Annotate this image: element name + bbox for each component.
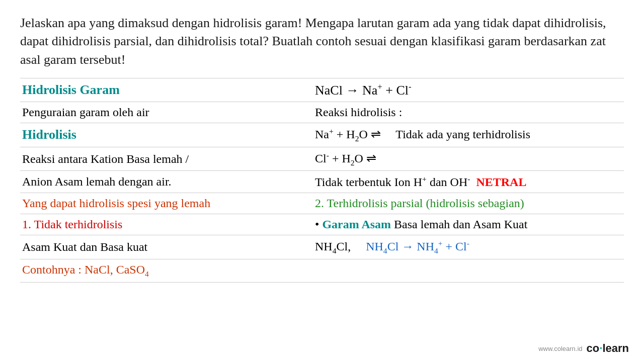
right-cell: NaCl → Na+ + Cl-: [310, 78, 624, 102]
tidak-terhidrolisis-label: 1. Tidak terhidrolisis: [22, 218, 122, 231]
table-row: Hidrolisis Garam NaCl → Na+ + Cl-: [20, 78, 624, 102]
table-row: 1. Tidak terhidrolisis • Garam Asam Basa…: [20, 214, 624, 235]
yang-dapat-hidrolisis: Yang dapat hidrolisis spesi yang lemah: [22, 197, 210, 210]
logo-site: www.colearn.id: [538, 345, 582, 352]
cl-h2o-reaction: Cl- + H2O ⇌: [315, 152, 376, 165]
anion-asam-text: Anion Asam lemah dengan air.: [22, 175, 172, 188]
netral-label: NETRAL: [476, 175, 526, 189]
left-cell: Hidrolisis Garam: [20, 78, 310, 102]
table-row: Penguraian garam oleh air Reaksi hidroli…: [20, 102, 624, 123]
table-row: Asam Kuat dan Basa kuat NH4Cl, NH4Cl → N…: [20, 235, 624, 259]
right-cell: NH4Cl, NH4Cl → NH4+ + Cl-: [310, 235, 624, 259]
right-cell: Cl- + H2O ⇌: [310, 147, 624, 171]
nh4cl-arrow: NH4Cl → NH4+ + Cl-: [366, 240, 469, 253]
left-cell: Reaksi antara Kation Basa lemah /: [20, 147, 310, 171]
term-hidrolisis-garam: Hidrolisis Garam: [22, 82, 120, 97]
contohnya-text: Contohnya : NaCl, CaSO4: [22, 263, 149, 276]
table-row: Yang dapat hidrolisis spesi yang lemah 2…: [20, 193, 624, 214]
right-cell: 2. Terhidrolisis parsial (hidrolisis seb…: [310, 193, 624, 214]
table-row: Hidrolisis Na+ + H2O ⇌ Tidak ada yang te…: [20, 123, 624, 147]
left-cell: 1. Tidak terhidrolisis: [20, 214, 310, 235]
na-h2o-reaction: Na+ + H2O ⇌ Tidak ada yang terhidrolisis: [315, 128, 530, 141]
nh4cl-reaction: NH4Cl, NH4Cl → NH4+ + Cl-: [315, 240, 469, 253]
right-cell: Na+ + H2O ⇌ Tidak ada yang terhidrolisis: [310, 123, 624, 147]
right-cell: Reaksi hidrolisis :: [310, 102, 624, 123]
logo-brand: co·learn: [587, 342, 629, 355]
right-cell: Tidak terbentuk Ion H+ dan OH- NETRAL: [310, 171, 624, 193]
logo-area: www.colearn.id co·learn: [538, 342, 629, 355]
left-cell: Contohnya : NaCl, CaSO4: [20, 259, 310, 283]
left-cell: Yang dapat hidrolisis spesi yang lemah: [20, 193, 310, 214]
question-text: Jelaskan apa yang dimaksud dengan hidrol…: [20, 14, 624, 69]
penguraian-text: Penguraian garam oleh air: [22, 106, 149, 119]
terhidrolisis-parsial: 2. Terhidrolisis parsial (hidrolisis seb…: [315, 197, 524, 210]
left-cell: Hidrolisis: [20, 123, 310, 147]
content-table: Hidrolisis Garam NaCl → Na+ + Cl- Pengur…: [20, 78, 624, 283]
table-row: Contohnya : NaCl, CaSO4: [20, 259, 624, 283]
right-cell: [310, 259, 624, 283]
main-container: Jelaskan apa yang dimaksud dengan hidrol…: [0, 0, 644, 362]
logo-dot: ·: [599, 342, 602, 354]
kation-basa-text: Reaksi antara Kation Basa lemah /: [22, 152, 189, 165]
tidak-terbentuk-text: Tidak terbentuk Ion H+ dan OH- NETRAL: [315, 175, 526, 189]
table-row: Reaksi antara Kation Basa lemah / Cl- + …: [20, 147, 624, 171]
right-cell: • Garam Asam Basa lemah dan Asam Kuat: [310, 214, 624, 235]
reaksi-hidrolisis: Reaksi hidrolisis :: [315, 106, 402, 119]
left-cell: Penguraian garam oleh air: [20, 102, 310, 123]
nacl-dissociation: NaCl → Na+ + Cl-: [315, 83, 412, 98]
asam-kuat-text: Asam Kuat dan Basa kuat: [22, 240, 147, 253]
garam-asam-text: • Garam Asam Basa lemah dan Asam Kuat: [315, 218, 527, 231]
left-cell: Anion Asam lemah dengan air.: [20, 171, 310, 193]
garam-asam-label: Garam Asam: [322, 218, 391, 231]
left-cell: Asam Kuat dan Basa kuat: [20, 235, 310, 259]
term-hidrolisis: Hidrolisis: [22, 127, 76, 142]
table-row: Anion Asam lemah dengan air. Tidak terbe…: [20, 171, 624, 193]
